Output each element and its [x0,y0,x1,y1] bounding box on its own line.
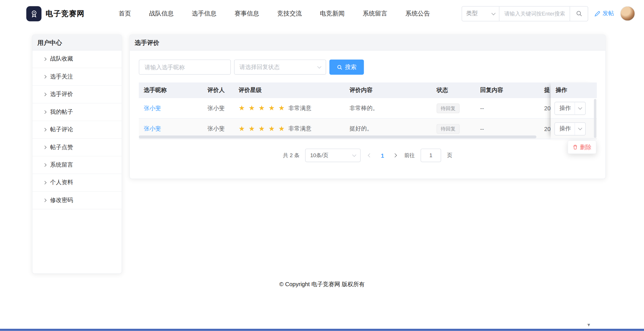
nav-item-event-info[interactable]: 赛事信息 [235,10,259,18]
nickname-filter-input[interactable] [139,59,231,75]
trash-icon [572,145,578,150]
page-size-select[interactable]: 10条/页 [305,149,361,162]
status-badge: 待回复 [437,103,460,113]
pagination-total: 共 2 条 [283,152,300,159]
main-nav: 首页 战队信息 选手信息 赛事信息 竞技交流 电竞新闻 系统留言 系统公告 [119,10,430,18]
sidebar-item-team-collect[interactable]: 战队收藏 [32,51,122,68]
submit-time: 20 [539,105,551,111]
sidebar-item-change-password[interactable]: 修改密码 [32,192,122,209]
action-dropdown-button[interactable]: 操作 [555,102,586,115]
reply-status-select[interactable]: 请选择回复状态 [234,59,326,75]
create-post-link[interactable]: 发帖 [594,10,614,17]
vertical-scrollbar[interactable] [594,99,597,138]
sidebar-item-label: 选手评价 [50,91,73,98]
fixed-action-column: 操作 操作 操作 [551,82,597,140]
review-content: 非常棒的。 [345,105,432,112]
chevron-down-icon [575,122,585,135]
sidebar-item-my-posts[interactable]: 我的帖子 [32,103,122,121]
user-avatar[interactable] [620,6,635,21]
status-badge: 待回复 [437,124,460,134]
star-icons: ★★★★★ [239,104,288,112]
brand[interactable]: 电子竞赛网 [26,6,85,21]
player-nickname-link[interactable]: 张小斐 [144,105,161,111]
scroll-down-icon[interactable]: ▼ [586,322,591,327]
sidebar-item-post-comments[interactable]: 帖子评论 [32,121,122,138]
col-action: 操作 [551,82,597,98]
sidebar-item-label: 修改密码 [50,197,73,204]
chevron-right-icon [43,57,47,61]
star-icons: ★★★★★ [239,125,288,132]
reply-content: -- [475,105,539,111]
player-review-panel: 选手评价 请选择回复状态 搜索 [129,34,606,179]
nav-item-player-info[interactable]: 选手信息 [192,10,216,18]
chevron-right-icon [43,93,47,96]
navbar-search-button[interactable] [570,6,588,21]
review-content: 挺好的。 [345,125,432,132]
type-select[interactable]: 类型 [462,6,499,21]
prev-page-button[interactable] [367,154,373,157]
col-star-rating: 评价星级 [234,86,345,94]
sidebar-item-label: 我的帖子 [50,108,73,116]
copyright-footer: © Copyright 电子竞赛网 版权所有 [0,281,644,288]
chevron-right-icon [43,146,47,149]
sidebar-item-label: 帖子点赞 [50,144,73,151]
sidebar-item-label: 帖子评论 [50,126,73,134]
nav-item-system-notice[interactable]: 系统公告 [405,10,430,18]
pen-icon [594,10,600,16]
sidebar-title: 用户中心 [32,35,122,50]
star-rating-cell: ★★★★★非常满意 [234,104,345,112]
footer-strip [0,329,644,331]
nav-item-esports-news[interactable]: 电竞新闻 [320,10,345,18]
page-unit-label: 页 [447,152,452,159]
player-nickname-link[interactable]: 张小斐 [144,125,161,132]
sidebar-item-label: 选手关注 [50,73,73,80]
create-post-label: 发帖 [603,10,614,17]
page: 电子竞赛网 首页 战队信息 选手信息 赛事信息 竞技交流 电竞新闻 系统留言 系… [0,0,644,331]
action-button-label: 操作 [559,105,571,112]
action-dropdown-button[interactable]: 操作 [555,122,586,135]
horizontal-scrollbar[interactable] [139,135,536,138]
brand-logo-icon [26,6,41,21]
col-reply: 回复内容 [475,86,539,94]
search-button[interactable]: 搜索 [329,59,364,75]
sidebar-item-player-follow[interactable]: 选手关注 [32,68,122,86]
content-area: 用户中心 战队收藏 选手关注 选手评价 我的帖子 帖子评论 帖子点赞 系统留言 … [32,34,644,274]
keyword-search-input[interactable] [499,6,570,21]
table-header-row: 选手昵称 评价人 评价星级 评价内容 状态 回复内容 提 [139,82,597,98]
nav-item-home[interactable]: 首页 [119,10,131,18]
sidebar-item-system-messages[interactable]: 系统留言 [32,156,122,174]
chevron-right-icon [43,163,47,167]
delete-menu-item[interactable]: 删除 [580,143,591,151]
page-number-current[interactable]: 1 [379,152,386,159]
reviewer-name: 张小斐 [202,125,234,132]
nav-item-system-message[interactable]: 系统留言 [363,10,387,18]
chevron-down-icon [317,64,321,68]
goto-label: 前往 [404,152,415,159]
chevron-right-icon [43,199,47,202]
star-rating-label: 非常满意 [288,125,311,132]
action-dropdown-menu: 删除 [568,141,596,154]
sidebar-item-post-likes[interactable]: 帖子点赞 [32,139,122,156]
status-cell: 待回复 [432,124,475,134]
table-row: 张小斐 张小斐 ★★★★★非常满意 非常棒的。 待回复 -- 20 [139,98,597,118]
chevron-down-icon [352,153,356,157]
search-button-label: 搜索 [345,63,356,71]
submit-time: 20 [539,125,551,132]
search-icon [576,10,582,17]
chevron-right-icon [43,181,47,184]
sidebar-item-profile[interactable]: 个人资料 [32,174,122,192]
status-cell: 待回复 [432,103,475,113]
col-status: 状态 [432,86,475,94]
goto-page-input[interactable] [421,149,441,162]
next-page-button[interactable] [392,154,398,157]
col-nickname: 选手昵称 [139,86,202,94]
sidebar-item-label: 战队收藏 [50,55,73,63]
sidebar-item-player-review[interactable]: 选手评价 [32,86,122,103]
chevron-right-icon [43,110,47,114]
action-button-label: 操作 [559,125,571,132]
nav-item-competition-exchange[interactable]: 竞技交流 [277,10,302,18]
panel-body: 请选择回复状态 搜索 选手昵称 评价人 评价星级 [130,51,605,171]
chevron-left-icon [368,153,372,157]
nav-item-team-info[interactable]: 战队信息 [149,10,174,18]
reply-content: -- [475,125,539,132]
